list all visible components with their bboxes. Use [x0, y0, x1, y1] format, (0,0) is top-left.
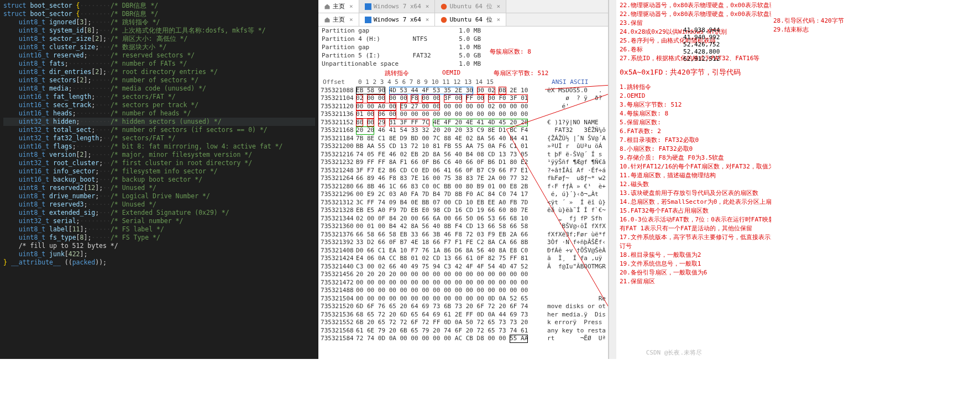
hex-ascii: Ã f@Iu"ÃBOOTMGR [539, 263, 606, 271]
close-icon[interactable]: × [349, 16, 353, 23]
hex-ascii [539, 287, 547, 295]
hex-ascii: ëX MSDOS5.0 . [539, 87, 602, 95]
hex-row[interactable]: 7353212483F F7 E2 86 CD C0 ED 06 41 66 0… [321, 167, 606, 175]
hex-row[interactable]: 7353215526B 20 65 72 72 6F 72 FF 0D 0A 5… [321, 319, 606, 327]
hex-row[interactable]: 73532145620 20 20 20 00 00 00 00 00 00 0… [321, 271, 606, 279]
hex-row[interactable]: 73532156861 6E 79 20 6B 65 79 20 74 6F 2… [321, 327, 606, 335]
hex-row[interactable]: 73532126466 89 46 F8 83 7E 16 00 75 38 8… [321, 175, 606, 183]
hex-ascii: f‹F fƒÀ » €¹ è+ [539, 183, 606, 191]
hex-row[interactable]: 73532139233 D2 66 0F B7 4E 18 66 F7 F1 F… [321, 239, 606, 247]
code-line: uint8_t drive_number;···/* Logical Drive… [3, 192, 315, 200]
hex-bytes: EB 58 90 4D 53 44 4F 53 35 2E 30 00 02 0… [356, 87, 539, 95]
partition-offsets: 41,938,94441,940,99252,426,75252,428,800… [683, 27, 720, 62]
hex-ascii: <ÿt ´ » Í ëî û} [539, 199, 606, 207]
tab-主页[interactable]: 主页× [318, 13, 359, 26]
hex-offset: 735321264 [321, 175, 356, 183]
annotation-item: 2.OEMID [620, 92, 768, 101]
hex-bytes: 66 89 46 F8 83 7E 16 00 75 38 83 7E 2A 0… [356, 175, 539, 183]
hex-row[interactable]: 73532158472 74 0D 0A 00 00 00 00 00 AC C… [321, 335, 606, 343]
hex-offset: 735321408 [321, 247, 356, 255]
hex-bytes: 00 01 00 B4 42 8A 56 40 8B F4 CD 13 66 5… [356, 223, 539, 231]
hex-row[interactable]: 73532150400 00 00 00 00 00 00 00 00 00 0… [321, 295, 606, 303]
annotation-item: 8.小扇区数: FAT32必取0 [620, 145, 768, 154]
hex-row[interactable]: 735321232B9 FF FF 8A F1 66 0F B6 C6 40 6… [321, 158, 606, 167]
hex-row[interactable]: 73532136000 01 00 B4 42 8A 56 40 8B F4 C… [321, 223, 606, 231]
hex-bytes: 02 00 00 00 00 F8 00 00 3F 00 FF 00 00 F… [356, 94, 539, 103]
hex-offset: 735321312 [321, 199, 356, 207]
hex-row[interactable]: 73532137666 58 66 58 EB 33 66 3B 46 F8 7… [321, 231, 606, 239]
hex-row[interactable]: 735321088EB 58 90 4D 53 44 4F 53 35 2E 3… [321, 87, 606, 95]
hex-ascii [539, 271, 562, 279]
partition-row[interactable]: Partition 4 (H:)NTFS5.0 GB [318, 35, 484, 43]
annotation-item: 3.每扇区字节数: 512 [620, 101, 768, 109]
code-line: /* fill up to 512 bytes */ [3, 242, 315, 250]
close-icon[interactable]: × [497, 16, 501, 23]
hex-row[interactable]: 735321200BB AA 55 CD 13 72 10 81 FB 55 A… [321, 142, 606, 151]
partition-row[interactable]: Partition gap1.0 MB [318, 27, 484, 35]
hex-row[interactable]: 73532129600 E9 2C 03 A0 FA 7D B4 7D 8B F… [321, 191, 606, 199]
partition-row[interactable]: Partition 5 (I:)FAT325.0 GB [318, 51, 484, 60]
hex-row[interactable]: 73532153668 65 72 20 6D 65 64 69 61 2E F… [321, 311, 606, 319]
hex-bytes: 00 00 A0 00 E9 27 00 00 00 00 00 00 02 0… [356, 103, 539, 111]
tab-Windows 7 x64[interactable]: Windows 7 x64× [359, 13, 436, 26]
hex-row[interactable]: 73532148800 00 00 00 00 00 00 00 00 00 0… [321, 287, 606, 295]
code-line: uint8_t sector_size[2];·/* 扇区大小: 高低位 */ [3, 35, 315, 43]
hex-offset: 735321360 [321, 223, 356, 231]
code-line: uint16_t fat_length;····/* sectors/FAT *… [3, 93, 315, 101]
close-icon[interactable]: × [349, 3, 353, 10]
hex-row[interactable]: 73532147200 00 00 00 00 00 00 00 00 00 0… [321, 279, 606, 287]
hex-scrollbar[interactable] [609, 0, 616, 359]
annotation-item: 1.跳转指令 [620, 83, 768, 92]
hex-bytes: 72 74 0D 0A 00 00 00 00 00 AC CB D8 00 0… [356, 335, 539, 343]
hex-row[interactable]: 73532128066 8B 46 1C 66 83 C0 0C BB 00 8… [321, 183, 606, 191]
hex-bytes: 02 00 0F 84 20 00 66 6A 00 66 50 06 53 6… [356, 215, 539, 223]
hex-row[interactable]: 73532115280 00 29 31 3F FF 7C 4E 4F 20 4… [321, 119, 606, 127]
code-line: uint32_t fat32_length;··/* sectors/FAT *… [3, 134, 315, 142]
code-line: uint8_t label[11];······/* FS label */ [3, 225, 315, 234]
svg-rect-0 [365, 3, 371, 10]
annotation-item: 18.根目录簇号，一般取值为2 [620, 251, 768, 260]
hex-ascii: Re [539, 295, 606, 303]
hex-offset: 735321328 [321, 207, 356, 215]
annotation-item: 13.该块硬盘前用于存放引导代码及分区表的扇区数 [620, 189, 768, 198]
tab-Ubuntu 64 位[interactable]: Ubuntu 64 位× [435, 13, 506, 26]
hex-row[interactable]: 73532134402 00 0F 84 20 00 66 6A 00 66 5… [321, 215, 606, 223]
tab-主页[interactable]: 主页× [318, 0, 359, 13]
svg-point-1 [441, 3, 447, 9]
hex-offset: 735321440 [321, 263, 356, 271]
tab-Windows 7 x64[interactable]: Windows 7 x64× [359, 0, 436, 13]
hex-row[interactable]: 7353215206D 6F 76 65 20 64 69 73 6B 73 2… [321, 303, 606, 311]
close-icon[interactable]: × [497, 3, 501, 10]
hex-row[interactable]: 735321328EB E5 A0 F9 7D EB E0 98 CD 16 C… [321, 207, 606, 215]
annotation-item: 4.每簇扇区数: 8 [620, 109, 768, 118]
code-line: uint16_t flags;·········/* bit 8: fat mi… [3, 142, 315, 151]
hex-ascii [539, 279, 547, 287]
hex-viewer[interactable]: Offset 0 1 2 3 4 5 6 7 8 9 10 11 12 13 1… [318, 78, 608, 359]
hex-row[interactable]: 73532121674 05 FE 46 02 EB 2D 8A 56 40 B… [321, 151, 606, 159]
annotation-item: 9.存储介质: F8为硬盘 F0为3.5软盘 [620, 154, 768, 162]
hex-ascii: ´BŠV@‹ôÍ fXfX [539, 223, 606, 231]
tab-Ubuntu 64 位[interactable]: Ubuntu 64 位× [435, 0, 506, 13]
hex-row[interactable]: 735321408D0 66 C1 EA 10 F7 76 1A 86 D6 8… [321, 247, 606, 255]
ascii-header: ANSI ASCII [542, 78, 588, 87]
hex-row[interactable]: 73532112000 00 A0 00 E9 27 00 00 00 00 0… [321, 103, 606, 111]
hex-row[interactable]: 73532110402 00 00 00 00 F8 00 00 3F 00 F… [321, 94, 606, 103]
hex-row[interactable]: 7353213123C FF 74 09 B4 0E BB 07 00 CD 1… [321, 199, 606, 207]
hex-row[interactable]: 73532113601 00 06 00 00 00 00 00 00 00 0… [321, 110, 606, 119]
hex-bytes: 66 8B 46 1C 66 83 C0 0C BB 00 80 B9 01 0… [356, 183, 539, 191]
annotation-item: 订号 [620, 242, 768, 251]
label-jump: 跳转指令 [385, 69, 409, 77]
hex-offset: 735321216 [321, 151, 356, 159]
partition-row[interactable]: Partition gap1.0 MB [318, 43, 484, 51]
hex-row[interactable]: 73532116820 20 46 41 54 33 32 20 20 20 3… [321, 126, 606, 135]
hex-ascii: ä Ì¸ Í fa ‚uÿ [539, 255, 606, 263]
hex-row[interactable]: 7353211847B 8E C1 8E D9 BD 00 7C 88 4E 0… [321, 135, 606, 143]
hex-row[interactable]: 735321424E4 06 0A CC B8 01 02 CD 13 66 6… [321, 255, 606, 263]
hex-ascii: ëå ù}ëà˜Í Í f`€~ [539, 207, 606, 215]
hex-offset: 735321200 [321, 142, 356, 151]
code-line: uint8_t ignored[3];·····/* 跳转指令 */ [3, 18, 315, 27]
hex-row[interactable]: 735321440C3 00 02 66 40 49 75 94 C3 42 4… [321, 263, 606, 271]
close-icon[interactable]: × [426, 16, 429, 23]
partition-row[interactable]: Unpartitionable space1.0 MB [318, 60, 484, 68]
close-icon[interactable]: × [426, 3, 429, 10]
